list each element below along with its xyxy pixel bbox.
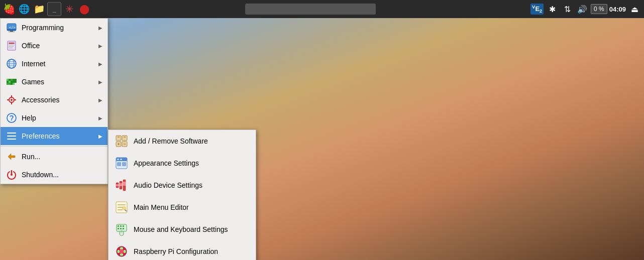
svg-point-29 (7, 113, 16, 122)
menu-item-accessories-label: Accessories (22, 96, 98, 104)
games-arrow: ▶ (98, 79, 102, 85)
main-menu-editor-icon (115, 200, 129, 214)
svg-rect-55 (123, 182, 126, 186)
svg-point-72 (119, 249, 124, 254)
svg-point-34 (11, 174, 13, 176)
menu-item-accessories[interactable]: Accessories ▶ (1, 91, 108, 109)
taskbar-browser-icon[interactable]: 🌐 (17, 2, 31, 16)
svg-rect-19 (11, 81, 13, 85)
search-bar[interactable] (245, 4, 376, 15)
svg-rect-17 (11, 79, 13, 81)
run-icon (6, 151, 18, 163)
programming-icon: </> (6, 22, 18, 34)
svg-rect-33 (7, 139, 16, 140)
menu-item-shutdown-label: Shutdown... (22, 171, 102, 179)
bluetooth-icon[interactable]: ✱ (546, 3, 559, 16)
preferences-arrow: ▶ (98, 134, 102, 139)
taskbar-center (93, 4, 527, 15)
internet-arrow: ▶ (98, 61, 102, 67)
svg-rect-48 (117, 159, 119, 160)
taskbar-raspberry-icon[interactable]: 🍓 (2, 2, 16, 16)
audio-device-settings-icon (115, 178, 129, 192)
menu-item-office[interactable]: Office ▶ (1, 37, 108, 55)
menu-item-internet[interactable]: Internet ▶ (1, 55, 108, 73)
svg-rect-21 (9, 81, 11, 83)
programming-arrow: ▶ (98, 25, 102, 31)
svg-rect-20 (7, 79, 9, 81)
svg-point-28 (11, 99, 13, 101)
menu-item-preferences-label: Preferences (22, 132, 98, 140)
menu-item-help-label: Help (22, 114, 98, 122)
main-menu: </> Programming ▶ Office ▶ (0, 18, 108, 184)
svg-rect-64 (120, 225, 122, 227)
ve2-badge[interactable]: VE2 (530, 4, 544, 15)
taskbar: 🍓 🌐 📁 _ ✳ ⬤ VE2 ✱ ⇅ 🔊 0 % 04:09 ⏏ (0, 0, 644, 18)
office-arrow: ▶ (98, 43, 102, 49)
mouse-keyboard-settings-icon (115, 222, 129, 236)
svg-rect-65 (123, 225, 124, 227)
svg-rect-67 (120, 228, 122, 229)
svg-rect-5 (8, 41, 16, 50)
help-arrow: ▶ (98, 115, 102, 121)
menu-item-internet-label: Internet (22, 60, 98, 68)
accessories-icon (6, 94, 18, 106)
svg-rect-3 (9, 32, 15, 32)
raspberry-pi-config-label: Raspberry Pi Configuration (134, 247, 218, 255)
svg-rect-47 (122, 162, 126, 166)
submenu-item-appearance-settings[interactable]: Appearance Settings (109, 152, 256, 174)
svg-rect-7 (9, 45, 15, 45)
clock: 04:09 (609, 6, 626, 13)
svg-rect-6 (9, 43, 15, 44)
svg-rect-36 (122, 136, 127, 141)
internet-icon (6, 58, 18, 70)
menu-item-preferences[interactable]: Preferences ▶ (1, 127, 108, 145)
shutdown-icon (6, 169, 18, 181)
games-icon (6, 76, 18, 88)
raspberry-pi-config-icon (115, 244, 129, 258)
mouse-keyboard-settings-label: Mouse and Keyboard Settings (134, 225, 228, 233)
volume-icon[interactable]: 🔊 (576, 3, 589, 16)
taskbar-piaware-icon[interactable]: ⬤ (77, 2, 91, 16)
submenu-item-raspberry-pi-config[interactable]: Raspberry Pi Configuration (109, 240, 256, 260)
submenu-item-audio-device-settings[interactable]: Audio Device Settings (109, 174, 256, 196)
svg-rect-18 (13, 79, 17, 83)
help-icon (6, 112, 18, 124)
taskbar-terminal-icon[interactable]: _ (47, 2, 61, 16)
svg-rect-22 (13, 83, 15, 85)
svg-point-30 (11, 119, 12, 120)
svg-rect-53 (116, 184, 119, 186)
svg-text:</>: </> (9, 26, 16, 30)
menu-item-office-label: Office (22, 42, 98, 50)
office-icon (6, 40, 18, 52)
svg-rect-63 (118, 225, 119, 227)
menu-item-games[interactable]: Games ▶ (1, 73, 108, 91)
eject-icon[interactable]: ⏏ (628, 3, 641, 16)
appearance-settings-icon (115, 156, 129, 170)
menu-item-games-label: Games (22, 78, 98, 86)
taskbar-redstar-icon[interactable]: ✳ (62, 2, 76, 16)
menu-item-help[interactable]: Help ▶ (1, 109, 108, 127)
svg-rect-16 (7, 83, 11, 85)
svg-rect-68 (123, 228, 124, 229)
menu-separator-1 (1, 146, 108, 147)
menu-item-programming[interactable]: </> Programming ▶ (1, 19, 108, 37)
add-remove-software-icon (115, 134, 129, 148)
taskbar-left: 🍓 🌐 📁 _ ✳ ⬤ (0, 2, 93, 16)
add-remove-software-label: Add / Remove Software (134, 137, 208, 145)
menu-item-run-label: Run... (22, 153, 102, 161)
taskbar-right: VE2 ✱ ⇅ 🔊 0 % 04:09 ⏏ (527, 3, 644, 16)
accessories-arrow: ▶ (98, 97, 102, 103)
menu-item-programming-label: Programming (22, 24, 98, 32)
submenu-item-mouse-keyboard-settings[interactable]: Mouse and Keyboard Settings (109, 218, 256, 240)
taskbar-filemanager-icon[interactable]: 📁 (32, 2, 46, 16)
svg-rect-8 (9, 46, 14, 47)
svg-rect-54 (120, 183, 122, 186)
svg-rect-49 (120, 159, 122, 160)
svg-rect-46 (117, 162, 121, 166)
submenu-item-main-menu-editor[interactable]: Main Menu Editor (109, 196, 256, 218)
menu-item-shutdown[interactable]: Shutdown... (1, 166, 108, 184)
network-icon[interactable]: ⇅ (561, 3, 574, 16)
battery-label: 0 % (594, 6, 604, 13)
submenu-item-add-remove-software[interactable]: Add / Remove Software (109, 130, 256, 152)
menu-item-run[interactable]: Run... (1, 148, 108, 166)
